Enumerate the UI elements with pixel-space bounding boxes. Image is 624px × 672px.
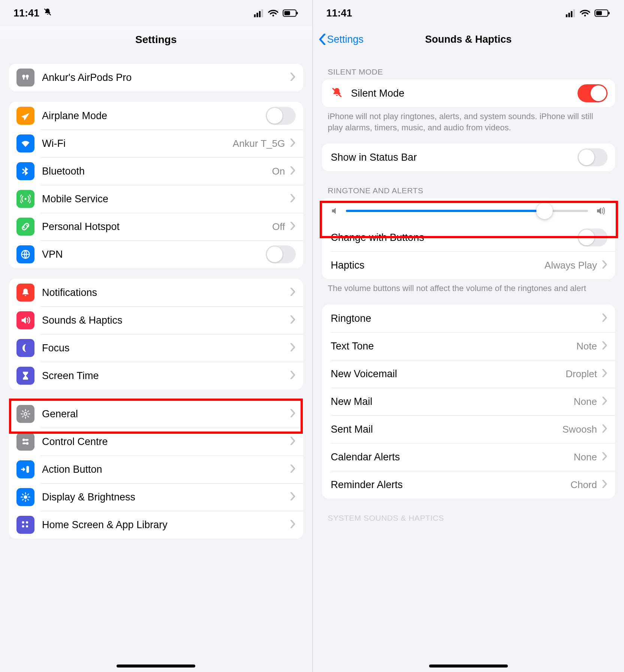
bluetooth-row[interactable]: Bluetooth On: [9, 157, 303, 185]
new-mail-detail: None: [574, 396, 597, 408]
wifi-label: Wi-Fi: [42, 138, 233, 149]
vpn-icon: [16, 245, 34, 263]
display-icon: [16, 488, 34, 506]
chevron-right-icon: [602, 369, 608, 379]
focus-row[interactable]: Focus: [9, 334, 303, 362]
silent-mode-toggle[interactable]: [578, 84, 608, 102]
home-indicator[interactable]: [117, 665, 195, 668]
chevron-right-icon: [602, 480, 608, 490]
bluetooth-detail: On: [272, 166, 285, 177]
general-row[interactable]: General: [9, 400, 303, 428]
settings-root-screen: 11:41 Settings Ankur's AirPods Pro: [0, 0, 312, 672]
cellular-icon: [16, 190, 34, 208]
volume-slider[interactable]: [346, 210, 588, 212]
chevron-right-icon: [602, 424, 608, 434]
new-voicemail-row[interactable]: New Voicemail Droplet: [322, 360, 615, 388]
group-silent-mode: Silent Mode: [322, 79, 615, 107]
reminder-alerts-label: Reminder Alerts: [331, 479, 571, 491]
sounds-haptics-screen: 11:41 Settings Sounds & Haptics SILENT M…: [312, 0, 624, 672]
vpn-label: VPN: [42, 249, 266, 260]
change-with-buttons-toggle[interactable]: [578, 228, 608, 246]
display-brightness-row[interactable]: Display & Brightness: [9, 483, 303, 511]
group-connectivity: Airplane Mode Wi-Fi Ankur T_5G Bluetooth…: [9, 102, 303, 268]
group-tones: Ringtone Text Tone Note New Voicemail Dr…: [322, 305, 615, 499]
control-centre-row[interactable]: Control Centre: [9, 428, 303, 455]
mobile-service-row[interactable]: Mobile Service: [9, 185, 303, 213]
status-icons: [566, 9, 611, 18]
chevron-right-icon: [290, 520, 296, 530]
display-brightness-label: Display & Brightness: [42, 491, 288, 503]
vpn-row[interactable]: VPN: [9, 240, 303, 268]
status-time: 11:41: [13, 7, 39, 19]
screen-time-row[interactable]: Screen Time: [9, 362, 303, 390]
speaker-high-icon: [595, 206, 606, 216]
airplane-mode-row[interactable]: Airplane Mode: [9, 102, 303, 130]
silent-mode-label: Silent Mode: [351, 88, 578, 99]
haptics-row[interactable]: Haptics Always Play: [322, 251, 615, 279]
reminder-alerts-row[interactable]: Reminder Alerts Chord: [322, 471, 615, 499]
home-indicator[interactable]: [429, 665, 508, 668]
group-general: General Control Centre Action Button Dis…: [9, 400, 303, 539]
sent-mail-row[interactable]: Sent Mail Swoosh: [322, 415, 615, 443]
screen-time-icon: [16, 367, 34, 385]
show-in-status-bar-toggle[interactable]: [578, 148, 608, 166]
chevron-right-icon: [602, 341, 608, 351]
change-with-buttons-row[interactable]: Change with Buttons: [322, 224, 615, 251]
chevron-right-icon: [290, 315, 296, 325]
personal-hotspot-detail: Off: [272, 221, 285, 233]
mobile-service-label: Mobile Service: [42, 193, 288, 205]
volume-slider-thumb[interactable]: [536, 203, 553, 219]
new-voicemail-detail: Droplet: [566, 368, 597, 380]
chevron-right-icon: [290, 139, 296, 148]
silent-mode-row[interactable]: Silent Mode: [322, 79, 615, 107]
general-label: General: [42, 408, 288, 420]
home-screen-row[interactable]: Home Screen & App Library: [9, 511, 303, 539]
page-title: Settings: [0, 34, 312, 46]
group-ringtone-alerts: Change with Buttons Haptics Always Play: [322, 198, 615, 279]
status-bar: 11:41: [0, 0, 312, 26]
back-button[interactable]: Settings: [313, 34, 364, 45]
focus-label: Focus: [42, 342, 288, 354]
sounds-haptics-row[interactable]: Sounds & Haptics: [9, 306, 303, 334]
show-in-status-bar-row[interactable]: Show in Status Bar: [322, 143, 615, 171]
airpods-row[interactable]: Ankur's AirPods Pro: [9, 64, 303, 91]
vpn-toggle[interactable]: [266, 245, 296, 263]
sent-mail-label: Sent Mail: [331, 424, 563, 435]
chevron-right-icon: [290, 194, 296, 204]
battery-icon: [282, 9, 299, 18]
sounds-icon: [16, 311, 34, 329]
chevron-right-icon: [602, 397, 608, 406]
cellular-signal-icon: [254, 9, 264, 17]
action-button-row[interactable]: Action Button: [9, 455, 303, 483]
ringtone-label: Ringtone: [331, 313, 597, 324]
calendar-alerts-row[interactable]: Calendar Alerts None: [322, 443, 615, 471]
reminder-alerts-detail: Chord: [570, 479, 597, 491]
airplane-mode-toggle[interactable]: [266, 107, 296, 125]
status-bar: 11:41: [313, 0, 624, 26]
back-label: Settings: [327, 34, 364, 45]
new-voicemail-label: New Voicemail: [331, 368, 566, 380]
chevron-right-icon: [602, 452, 608, 462]
sounds-haptics-label: Sounds & Haptics: [42, 315, 288, 326]
silent-mode-header: SILENT MODE: [328, 67, 609, 76]
text-tone-row[interactable]: Text Tone Note: [322, 332, 615, 360]
chevron-right-icon: [290, 166, 296, 176]
chevron-right-icon: [290, 288, 296, 297]
wifi-row[interactable]: Wi-Fi Ankur T_5G: [9, 130, 303, 157]
notifications-row[interactable]: Notifications: [9, 279, 303, 306]
nav-bar: Settings Sounds & Haptics: [313, 26, 624, 52]
text-tone-label: Text Tone: [331, 340, 577, 352]
control-centre-label: Control Centre: [42, 436, 288, 448]
focus-icon: [16, 339, 34, 357]
personal-hotspot-row[interactable]: Personal Hotspot Off: [9, 213, 303, 240]
nav-bar: Settings: [0, 26, 312, 53]
battery-icon: [594, 9, 611, 18]
chevron-right-icon: [290, 464, 296, 474]
ringtone-row[interactable]: Ringtone: [322, 305, 615, 332]
haptics-label: Haptics: [331, 260, 545, 271]
sent-mail-detail: Swoosh: [563, 424, 597, 435]
bluetooth-icon: [16, 162, 34, 180]
group-show-in-status-bar: Show in Status Bar: [322, 143, 615, 171]
wifi-icon: [16, 134, 34, 152]
new-mail-row[interactable]: New Mail None: [322, 388, 615, 415]
